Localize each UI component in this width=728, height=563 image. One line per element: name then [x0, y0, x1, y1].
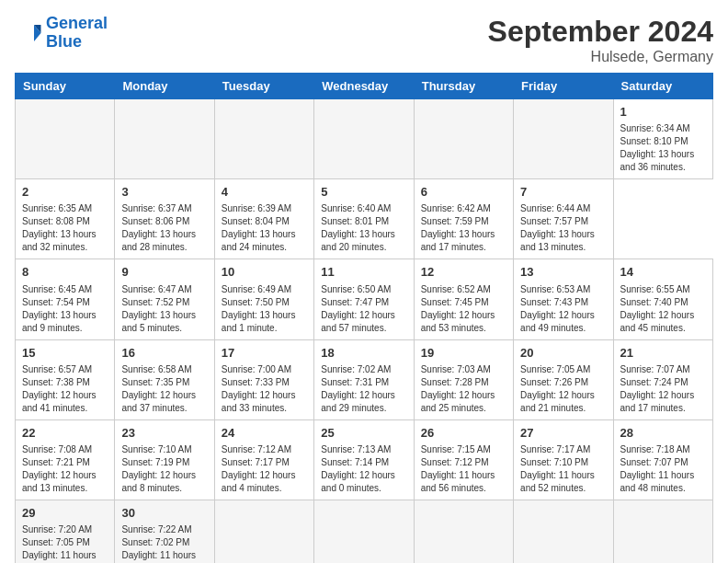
day-content: Sunrise: 6:37 AMSunset: 8:06 PMDaylight:… — [121, 202, 207, 254]
day-content: Sunrise: 6:42 AMSunset: 7:59 PMDaylight:… — [421, 202, 506, 254]
day-content: Sunrise: 6:55 AMSunset: 7:40 PMDaylight:… — [620, 283, 706, 335]
title-section: September 2024 Hulsede, Germany — [488, 15, 713, 65]
calendar-week-5: 29Sunrise: 7:20 AMSunset: 7:05 PMDayligh… — [16, 500, 713, 563]
day-number: 21 — [620, 345, 706, 362]
calendar-cell: 24Sunrise: 7:12 AMSunset: 7:17 PMDayligh… — [214, 419, 313, 500]
calendar-cell: 13Sunrise: 6:53 AMSunset: 7:43 PMDayligh… — [514, 259, 613, 339]
day-content: Sunrise: 7:08 AMSunset: 7:21 PMDaylight:… — [22, 443, 108, 495]
calendar-cell: 4Sunrise: 6:39 AMSunset: 8:04 PMDaylight… — [214, 179, 313, 259]
header-row: Sunday Monday Tuesday Wednesday Thursday… — [16, 74, 713, 99]
day-number: 28 — [620, 425, 706, 442]
day-number: 13 — [520, 264, 606, 281]
calendar-cell: 12Sunrise: 6:52 AMSunset: 7:45 PMDayligh… — [414, 259, 513, 339]
calendar-cell: 10Sunrise: 6:49 AMSunset: 7:50 PMDayligh… — [214, 259, 313, 339]
day-number: 1 — [620, 104, 706, 121]
day-content: Sunrise: 6:44 AMSunset: 7:57 PMDaylight:… — [520, 202, 606, 254]
calendar-week-4: 22Sunrise: 7:08 AMSunset: 7:21 PMDayligh… — [16, 419, 713, 500]
logo-text: General Blue — [46, 15, 108, 52]
day-content: Sunrise: 7:22 AMSunset: 7:02 PMDaylight:… — [121, 523, 207, 563]
calendar-cell: 11Sunrise: 6:50 AMSunset: 7:47 PMDayligh… — [314, 259, 414, 339]
calendar-cell: 19Sunrise: 7:03 AMSunset: 7:28 PMDayligh… — [414, 339, 513, 419]
day-content: Sunrise: 7:00 AMSunset: 7:33 PMDaylight:… — [222, 363, 307, 415]
calendar-cell — [314, 99, 414, 179]
day-content: Sunrise: 6:52 AMSunset: 7:45 PMDaylight:… — [421, 283, 506, 335]
col-thursday: Thursday — [414, 74, 513, 99]
calendar-cell: 29Sunrise: 7:20 AMSunset: 7:05 PMDayligh… — [16, 500, 115, 563]
day-content: Sunrise: 6:39 AMSunset: 8:04 PMDaylight:… — [222, 202, 307, 254]
calendar-cell — [414, 500, 513, 563]
calendar-cell: 30Sunrise: 7:22 AMSunset: 7:02 PMDayligh… — [115, 500, 214, 563]
day-number: 8 — [22, 264, 108, 281]
day-number: 27 — [520, 425, 606, 442]
day-number: 9 — [121, 264, 207, 281]
calendar-cell: 28Sunrise: 7:18 AMSunset: 7:07 PMDayligh… — [613, 419, 712, 500]
logo: General Blue — [15, 15, 108, 52]
day-content: Sunrise: 7:03 AMSunset: 7:28 PMDaylight:… — [421, 363, 506, 415]
day-content: Sunrise: 6:35 AMSunset: 8:08 PMDaylight:… — [22, 202, 108, 254]
logo-icon — [15, 19, 42, 47]
calendar-cell: 21Sunrise: 7:07 AMSunset: 7:24 PMDayligh… — [613, 339, 712, 419]
calendar-subtitle: Hulsede, Germany — [488, 49, 713, 65]
col-sunday: Sunday — [16, 74, 115, 99]
calendar-cell: 26Sunrise: 7:15 AMSunset: 7:12 PMDayligh… — [414, 419, 513, 500]
day-content: Sunrise: 7:12 AMSunset: 7:17 PMDaylight:… — [222, 443, 307, 495]
day-number: 15 — [22, 345, 108, 362]
day-number: 23 — [121, 425, 207, 442]
day-number: 16 — [121, 345, 207, 362]
day-number: 26 — [421, 425, 506, 442]
calendar-cell — [414, 99, 513, 179]
calendar-table: Sunday Monday Tuesday Wednesday Thursday… — [15, 73, 713, 563]
calendar-cell: 8Sunrise: 6:45 AMSunset: 7:54 PMDaylight… — [16, 259, 115, 339]
day-content: Sunrise: 6:58 AMSunset: 7:35 PMDaylight:… — [121, 363, 207, 415]
calendar-cell: 9Sunrise: 6:47 AMSunset: 7:52 PMDaylight… — [115, 259, 214, 339]
calendar-cell: 7Sunrise: 6:44 AMSunset: 7:57 PMDaylight… — [514, 179, 613, 259]
calendar-cell — [214, 500, 313, 563]
day-number: 2 — [22, 184, 108, 201]
calendar-body: 1Sunrise: 6:34 AMSunset: 8:10 PMDaylight… — [16, 99, 713, 564]
day-number: 25 — [321, 425, 406, 442]
logo-blue: Blue — [46, 32, 82, 51]
day-content: Sunrise: 7:05 AMSunset: 7:26 PMDaylight:… — [520, 363, 606, 415]
day-number: 4 — [222, 184, 307, 201]
calendar-cell: 3Sunrise: 6:37 AMSunset: 8:06 PMDaylight… — [115, 179, 214, 259]
calendar-cell — [314, 500, 414, 563]
day-content: Sunrise: 7:07 AMSunset: 7:24 PMDaylight:… — [620, 363, 706, 415]
calendar-cell — [514, 99, 613, 179]
day-number: 17 — [222, 345, 307, 362]
calendar-cell — [214, 99, 313, 179]
day-content: Sunrise: 6:34 AMSunset: 8:10 PMDaylight:… — [620, 122, 706, 174]
calendar-cell: 5Sunrise: 6:40 AMSunset: 8:01 PMDaylight… — [314, 179, 414, 259]
calendar-week-3: 15Sunrise: 6:57 AMSunset: 7:38 PMDayligh… — [16, 339, 713, 419]
day-number: 6 — [421, 184, 506, 201]
day-number: 12 — [421, 264, 506, 281]
calendar-cell — [514, 500, 613, 563]
logo-general: General — [46, 14, 108, 32]
day-number: 30 — [121, 505, 207, 522]
day-content: Sunrise: 7:10 AMSunset: 7:19 PMDaylight:… — [121, 443, 207, 495]
col-friday: Friday — [514, 74, 613, 99]
day-number: 11 — [321, 264, 406, 281]
day-content: Sunrise: 6:50 AMSunset: 7:47 PMDaylight:… — [321, 283, 406, 335]
day-number: 10 — [222, 264, 307, 281]
day-number: 20 — [520, 345, 606, 362]
calendar-cell: 1Sunrise: 6:34 AMSunset: 8:10 PMDaylight… — [613, 99, 712, 179]
calendar-cell — [115, 99, 214, 179]
day-content: Sunrise: 6:45 AMSunset: 7:54 PMDaylight:… — [22, 283, 108, 335]
calendar-header: Sunday Monday Tuesday Wednesday Thursday… — [16, 74, 713, 99]
day-content: Sunrise: 6:40 AMSunset: 8:01 PMDaylight:… — [321, 202, 406, 254]
day-content: Sunrise: 6:47 AMSunset: 7:52 PMDaylight:… — [121, 283, 207, 335]
day-number: 24 — [222, 425, 307, 442]
calendar-cell: 16Sunrise: 6:58 AMSunset: 7:35 PMDayligh… — [115, 339, 214, 419]
calendar-cell: 14Sunrise: 6:55 AMSunset: 7:40 PMDayligh… — [613, 259, 712, 339]
calendar-cell: 23Sunrise: 7:10 AMSunset: 7:19 PMDayligh… — [115, 419, 214, 500]
calendar-cell: 18Sunrise: 7:02 AMSunset: 7:31 PMDayligh… — [314, 339, 414, 419]
calendar-cell: 6Sunrise: 6:42 AMSunset: 7:59 PMDaylight… — [414, 179, 513, 259]
col-monday: Monday — [115, 74, 214, 99]
calendar-cell: 22Sunrise: 7:08 AMSunset: 7:21 PMDayligh… — [16, 419, 115, 500]
calendar-cell: 20Sunrise: 7:05 AMSunset: 7:26 PMDayligh… — [514, 339, 613, 419]
calendar-title: September 2024 — [488, 15, 713, 49]
col-tuesday: Tuesday — [214, 74, 313, 99]
calendar-cell: 15Sunrise: 6:57 AMSunset: 7:38 PMDayligh… — [16, 339, 115, 419]
calendar-cell — [613, 500, 712, 563]
calendar-cell: 27Sunrise: 7:17 AMSunset: 7:10 PMDayligh… — [514, 419, 613, 500]
